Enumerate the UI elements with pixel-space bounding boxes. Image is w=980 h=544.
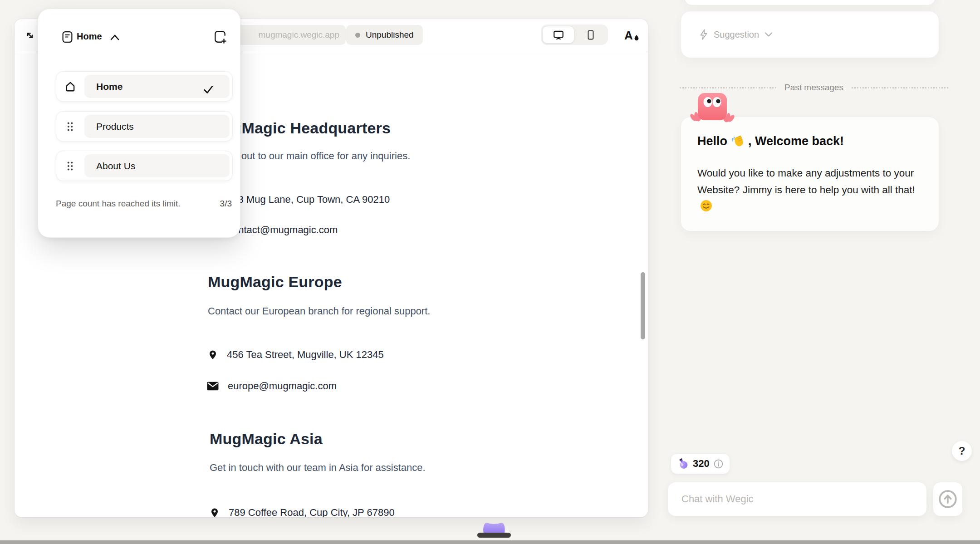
info-icon[interactable] xyxy=(714,459,723,469)
drag-handle-icon[interactable] xyxy=(66,121,74,132)
credits-count: 320 xyxy=(693,458,710,470)
page-label: About Us xyxy=(96,161,135,172)
email-text: contact@mugmagic.com xyxy=(228,224,338,236)
chat-input[interactable] xyxy=(668,482,926,516)
address-row: 789 Coffee Road, Cup City, JP 67890 xyxy=(210,506,395,517)
home-icon xyxy=(64,81,76,93)
page-row-label-area: Products xyxy=(84,115,230,138)
font-style-icon: A xyxy=(623,28,640,43)
page-row-label-area: Home xyxy=(84,75,230,98)
device-toggle xyxy=(541,25,608,45)
chevron-up-icon[interactable] xyxy=(109,33,120,41)
font-style-button[interactable]: A xyxy=(622,26,641,44)
section-description: Contact our European branch for regional… xyxy=(208,305,430,317)
expand-button[interactable] xyxy=(23,28,37,43)
address-row: 456 Tea Street, Mugville, UK 12345 xyxy=(208,348,384,361)
mascot-head xyxy=(698,93,727,120)
help-label: ? xyxy=(959,445,965,457)
status-label: Unpublished xyxy=(366,30,414,40)
email-row: europe@mugmagic.com xyxy=(207,380,337,392)
page-row-products[interactable]: Products xyxy=(56,111,233,142)
page-icon xyxy=(62,31,73,43)
message-body-text: Would you like to make any adjustments t… xyxy=(697,167,915,196)
pages-dropdown-panel: Home Home Products Ab xyxy=(38,9,240,238)
page-row-label-area: About Us xyxy=(84,154,230,177)
chevron-down-icon xyxy=(764,32,773,37)
jimmy-mascot xyxy=(689,93,736,125)
section-description: Get in touch with our team in Asia for a… xyxy=(210,462,426,474)
add-page-icon[interactable] xyxy=(213,29,227,44)
pages-panel-header: Home xyxy=(38,27,240,47)
checkmark-icon xyxy=(202,84,214,95)
section-heading: MugMagic Asia xyxy=(210,430,323,448)
welcome-message-card: Hello , Welcome back! Would you like to … xyxy=(681,117,939,231)
address-text: 789 Coffee Road, Cup City, JP 67890 xyxy=(229,507,395,517)
page-count: 3/3 xyxy=(220,199,232,209)
site-url[interactable]: mugmagic.wegic.app xyxy=(227,25,346,45)
address-text: 123 Mug Lane, Cup Town, CA 90210 xyxy=(227,194,390,206)
publish-status-badge[interactable]: Unpublished xyxy=(346,25,423,45)
hat-mascot xyxy=(475,520,513,542)
hat-crown xyxy=(483,523,505,534)
page-limit-row: Page count has reached its limit. 3/3 xyxy=(56,199,232,209)
help-button[interactable]: ? xyxy=(952,441,972,461)
lightning-icon xyxy=(699,29,708,40)
mobile-icon xyxy=(585,29,596,40)
message-heading-post: , Welcome back! xyxy=(748,134,844,148)
site-url-text: mugmagic.wegic.app xyxy=(259,30,339,40)
status-dot xyxy=(355,33,360,38)
drag-handle-icon[interactable] xyxy=(66,161,74,172)
desktop-toggle[interactable] xyxy=(542,26,574,44)
mobile-toggle[interactable] xyxy=(574,26,607,44)
message-heading-pre: Hello xyxy=(697,134,727,148)
message-heading: Hello , Welcome back! xyxy=(697,134,844,148)
svg-text:A: A xyxy=(624,29,633,42)
preview-scrollbar[interactable] xyxy=(641,272,645,339)
pages-dropdown-label[interactable]: Home xyxy=(77,31,102,42)
credits-badge[interactable]: 320 xyxy=(671,453,730,474)
page-row-home[interactable]: Home xyxy=(56,71,233,102)
waving-hand-emoji-icon xyxy=(731,135,745,148)
message-body: Would you like to make any adjustments t… xyxy=(697,165,928,215)
past-messages-divider: Past messages xyxy=(680,83,948,93)
send-arrow-icon xyxy=(937,489,958,510)
divider-dots xyxy=(680,87,776,88)
page-limit-text: Page count has reached its limit. xyxy=(56,199,181,209)
page-label: Home xyxy=(96,81,122,92)
map-pin-icon xyxy=(208,348,218,361)
hat-brim xyxy=(477,533,511,538)
suggestion-label: Suggestion xyxy=(714,29,759,40)
smiling-face-emoji-icon xyxy=(700,200,712,212)
scrolled-card-edge xyxy=(684,0,936,5)
past-messages-label: Past messages xyxy=(784,83,843,93)
page-label: Products xyxy=(96,121,134,132)
address-text: 456 Tea Street, Mugville, UK 12345 xyxy=(227,349,384,361)
send-button[interactable] xyxy=(933,482,963,516)
window-bottom-edge xyxy=(0,540,980,544)
email-text: europe@mugmagic.com xyxy=(228,380,337,392)
map-pin-icon xyxy=(210,506,220,517)
chat-input-container xyxy=(667,482,927,516)
page-row-about-us[interactable]: About Us xyxy=(56,151,233,181)
divider-dots xyxy=(852,87,948,88)
desktop-icon xyxy=(553,29,564,41)
envelope-icon xyxy=(207,382,219,391)
expand-icon xyxy=(24,29,36,41)
potion-icon xyxy=(677,458,689,470)
suggestion-card: Suggestion xyxy=(681,11,939,58)
section-heading: MugMagic Europe xyxy=(208,273,342,291)
suggestion-toggle[interactable]: Suggestion xyxy=(681,11,939,58)
